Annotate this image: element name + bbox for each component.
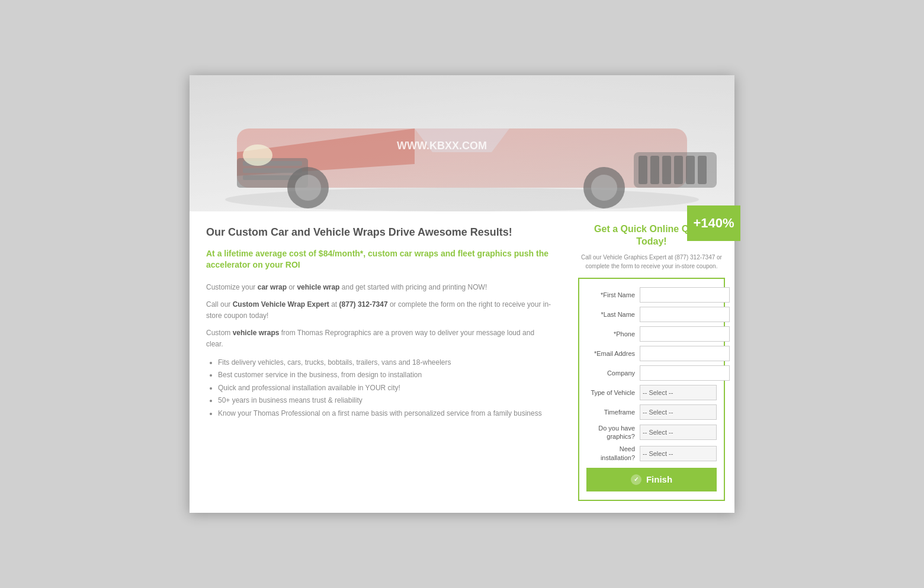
roi-badge-text: +140% xyxy=(693,216,734,231)
email-input[interactable] xyxy=(640,346,730,361)
first-name-label: *First Name xyxy=(586,291,640,299)
page-container: WWW.KBXX.COM Our Custom Car and Vehicle … xyxy=(190,75,734,513)
vehicle-type-label: Type of Vehicle xyxy=(586,388,640,397)
first-name-input[interactable] xyxy=(640,287,730,303)
vehicle-type-select[interactable]: -- Select -- xyxy=(640,385,717,400)
company-label: Company xyxy=(586,369,640,377)
graphics-select[interactable]: -- Select -- xyxy=(640,425,717,440)
para1: Customize your car wrap or vehicle wrap … xyxy=(206,282,552,293)
phone-input[interactable] xyxy=(640,326,730,342)
hero-image: WWW.KBXX.COM xyxy=(190,75,734,211)
last-name-input[interactable] xyxy=(640,307,730,322)
bullet-item: Fits delivery vehicles, cars, trucks, bo… xyxy=(218,356,552,369)
phone-row: *Phone xyxy=(586,326,717,342)
timeframe-row: Timeframe -- Select -- xyxy=(586,404,717,420)
main-headline: Our Custom Car and Vehicle Wraps Drive A… xyxy=(206,226,552,239)
para3: Custom vehicle wraps from Thomas Reprogr… xyxy=(206,327,552,350)
roi-badge: +140% xyxy=(687,205,740,241)
finish-button[interactable]: ✓ Finish xyxy=(586,468,717,491)
last-name-row: *Last Name xyxy=(586,307,717,322)
graphics-row: Do you have graphics? -- Select -- xyxy=(586,424,717,441)
timeframe-select[interactable]: -- Select -- xyxy=(640,404,717,420)
finish-label: Finish xyxy=(646,474,672,484)
phone-label: *Phone xyxy=(586,330,640,338)
bullet-item: Know your Thomas Professional on a first… xyxy=(218,407,552,420)
para2: Call our Custom Vehicle Wrap Expert at (… xyxy=(206,299,552,322)
bullet-list: Fits delivery vehicles, cars, trucks, bo… xyxy=(206,356,552,420)
left-column: Our Custom Car and Vehicle Wraps Drive A… xyxy=(190,211,569,513)
company-row: Company xyxy=(586,365,717,381)
right-column: +140% Get a Quick Online Quote Today! Ca… xyxy=(569,211,734,513)
installation-select[interactable]: -- Select -- xyxy=(640,446,717,461)
quote-subtitle: Call our Vehicle Graphics Expert at (877… xyxy=(578,253,725,271)
finish-icon: ✓ xyxy=(631,474,641,485)
company-input[interactable] xyxy=(640,365,730,381)
bullet-item: Best customer service in the business, f… xyxy=(218,369,552,382)
email-label: *Email Addres xyxy=(586,349,640,358)
content-area: Our Custom Car and Vehicle Wraps Drive A… xyxy=(190,211,734,513)
vehicle-type-row: Type of Vehicle -- Select -- xyxy=(586,385,717,400)
first-name-row: *First Name xyxy=(586,287,717,303)
last-name-label: *Last Name xyxy=(586,310,640,319)
timeframe-label: Timeframe xyxy=(586,408,640,416)
quote-form: *First Name *Last Name *Phone *Email Add… xyxy=(578,278,725,501)
bullet-item: 50+ years in business means trust & reli… xyxy=(218,394,552,407)
bullet-item: Quick and professional installation avai… xyxy=(218,382,552,395)
sub-headline: At a lifetime average cost of $84/month*… xyxy=(206,248,552,271)
graphics-label: Do you have graphics? xyxy=(586,424,640,441)
installation-row: Need installation? -- Select -- xyxy=(586,445,717,462)
email-row: *Email Addres xyxy=(586,346,717,361)
svg-rect-22 xyxy=(190,75,734,211)
installation-label: Need installation? xyxy=(586,445,640,462)
